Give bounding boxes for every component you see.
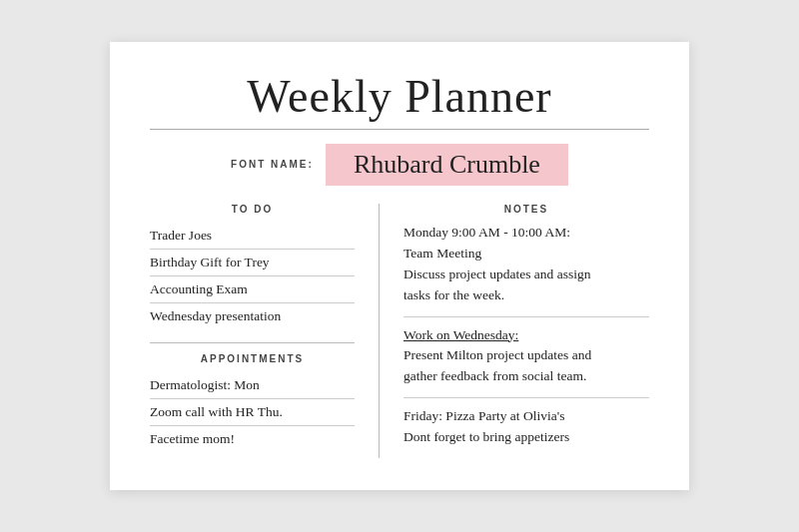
- note-line: Monday 9:00 AM - 10:00 AM:: [403, 223, 649, 244]
- section-divider: [150, 342, 355, 343]
- font-row: FONT NAME: Rhubard Crumble: [150, 144, 649, 186]
- list-item: Birthday Gift for Trey: [150, 250, 355, 276]
- notes-header: NOTES: [403, 204, 649, 215]
- list-item: Facetime mom!: [150, 426, 355, 452]
- title-divider: [150, 129, 649, 130]
- list-item: Trader Joes: [150, 223, 355, 250]
- list-item: Wednesday presentation: [150, 303, 355, 329]
- note-line: Present Milton project updates and: [403, 345, 649, 366]
- note-separator: [403, 397, 649, 398]
- note-line: Dont forget to bring appetizers: [403, 427, 649, 448]
- note-line: Friday: Pizza Party at Olivia's: [403, 406, 649, 427]
- list-item: Accounting Exam: [150, 276, 355, 303]
- list-item: Zoom call with HR Thu.: [150, 399, 355, 426]
- note-block-3: Friday: Pizza Party at Olivia's Dont for…: [403, 406, 649, 448]
- list-item: Dermatologist: Mon: [150, 372, 355, 399]
- note-block-1: Monday 9:00 AM - 10:00 AM: Team Meeting …: [403, 223, 649, 306]
- note-line: gather feedback from social team.: [403, 366, 649, 387]
- note-line: Team Meeting: [403, 244, 649, 265]
- todo-header: TO DO: [150, 204, 355, 215]
- appointments-header: APPOINTMENTS: [150, 353, 355, 364]
- note-block-2: Work on Wednesday: Present Milton projec…: [403, 325, 649, 388]
- right-column: NOTES Monday 9:00 AM - 10:00 AM: Team Me…: [380, 204, 649, 458]
- note-line: tasks for the week.: [403, 285, 649, 306]
- planner-card: Weekly Planner FONT NAME: Rhubard Crumbl…: [110, 42, 689, 490]
- appointments-list: Dermatologist: Mon Zoom call with HR Thu…: [150, 372, 355, 452]
- note-line: Discuss project updates and assign: [403, 265, 649, 285]
- left-column: TO DO Trader Joes Birthday Gift for Trey…: [150, 204, 380, 458]
- font-name-label: FONT NAME:: [231, 159, 314, 170]
- note-line: Work on Wednesday:: [403, 325, 649, 346]
- two-column-layout: TO DO Trader Joes Birthday Gift for Trey…: [150, 204, 649, 458]
- todo-list: Trader Joes Birthday Gift for Trey Accou…: [150, 223, 355, 329]
- note-separator: [403, 316, 649, 317]
- planner-title: Weekly Planner: [150, 70, 649, 123]
- font-name-value: Rhubard Crumble: [326, 144, 568, 186]
